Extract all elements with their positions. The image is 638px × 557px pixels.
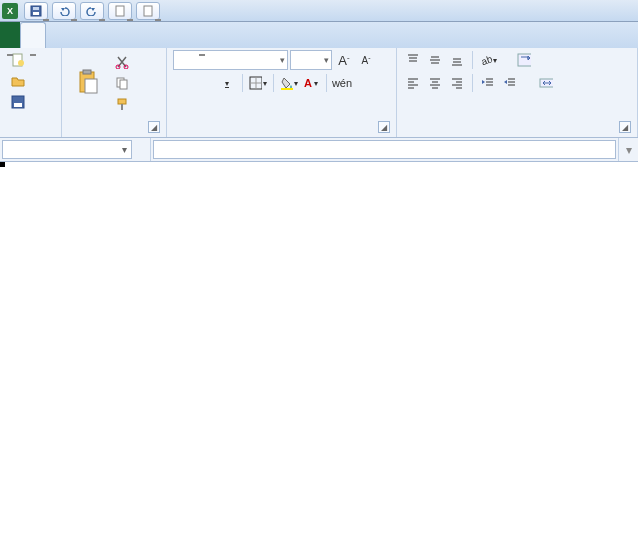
align-top-button[interactable] [403, 50, 423, 70]
tab-home[interactable] [20, 22, 46, 48]
align-bottom-icon [450, 53, 464, 67]
align-top-icon [406, 53, 420, 67]
align-right-icon [450, 76, 464, 90]
font-size-select[interactable] [290, 50, 332, 70]
svg-rect-21 [281, 88, 293, 90]
tab-insert[interactable] [46, 22, 70, 48]
decrease-font-button[interactable]: Aˇ [356, 50, 376, 70]
svg-rect-10 [83, 70, 91, 74]
svg-rect-17 [121, 104, 123, 110]
border-icon [249, 76, 262, 90]
fill-handle[interactable] [0, 162, 5, 167]
tab-file[interactable] [0, 22, 20, 48]
orientation-icon: ab [479, 53, 493, 67]
wrap-button[interactable] [512, 50, 539, 70]
border-button[interactable]: ▾ [248, 73, 268, 93]
save-button[interactable] [6, 92, 55, 112]
tab-layout[interactable] [70, 22, 94, 48]
orientation-button[interactable]: ab▾ [478, 50, 498, 70]
fx-box[interactable] [134, 138, 151, 161]
outdent-icon [481, 76, 495, 90]
title-bar: X [0, 0, 638, 22]
svg-rect-3 [116, 6, 124, 16]
italic-button[interactable] [195, 73, 215, 93]
copy-button[interactable] [110, 73, 137, 93]
bold-button[interactable] [173, 73, 193, 93]
svg-rect-8 [14, 103, 22, 107]
tab-review[interactable] [142, 22, 166, 48]
svg-rect-2 [33, 7, 39, 10]
formula-bar: ▾ [0, 138, 638, 162]
indent-icon [503, 76, 517, 90]
formula-expand-button[interactable]: ▾ [618, 138, 638, 161]
svg-text:ab: ab [480, 53, 493, 67]
doc-icon [114, 5, 126, 17]
doc-icon [142, 5, 154, 17]
tab-beautify[interactable] [190, 22, 214, 48]
font-launcher[interactable]: ◢ [378, 121, 390, 133]
redo-icon [86, 6, 98, 16]
formula-input[interactable] [153, 140, 616, 159]
group-clipboard: ◢ [62, 48, 167, 137]
excel-icon: X [2, 3, 18, 19]
increase-indent-button[interactable] [500, 73, 520, 93]
group-label-font: ◢ [173, 133, 390, 135]
save-icon [11, 95, 25, 109]
merge-button[interactable] [534, 73, 561, 93]
align-bottom-button[interactable] [447, 50, 467, 70]
merge-icon [539, 76, 553, 90]
tab-view[interactable] [166, 22, 190, 48]
align-left-icon [406, 76, 420, 90]
cut-button[interactable] [110, 52, 137, 72]
qat-redo-button[interactable] [80, 2, 104, 20]
font-color-button[interactable]: A▾ [301, 73, 321, 93]
qat-undo-button[interactable] [52, 2, 76, 20]
svg-rect-16 [118, 99, 126, 104]
svg-rect-11 [85, 79, 97, 93]
grid[interactable] [0, 162, 638, 557]
group-label-align: ◢ [403, 133, 631, 135]
wrap-icon [517, 53, 531, 67]
ribbon: ◢ Aˆ Aˇ ▾ ▾ ▾ A▾ wén ◢ [0, 48, 638, 138]
align-left-button[interactable] [403, 73, 423, 93]
qat-save-button[interactable] [24, 2, 48, 20]
open-button[interactable] [6, 71, 55, 91]
font-name-select[interactable] [173, 50, 288, 70]
qat-button-5[interactable] [136, 2, 160, 20]
fill-icon [280, 76, 294, 90]
align-right-button[interactable] [447, 73, 467, 93]
decrease-indent-button[interactable] [478, 73, 498, 93]
group-label-common [6, 133, 55, 135]
align-middle-button[interactable] [425, 50, 445, 70]
align-launcher[interactable]: ◢ [619, 121, 631, 133]
align-middle-icon [428, 53, 442, 67]
svg-rect-4 [144, 6, 152, 16]
align-center-button[interactable] [425, 73, 445, 93]
align-center-icon [428, 76, 442, 90]
svg-rect-15 [120, 80, 127, 89]
new-button[interactable] [6, 50, 55, 70]
paste-button[interactable] [68, 66, 108, 100]
format-painter-button[interactable] [110, 94, 137, 114]
phonetic-button[interactable]: wén [332, 73, 352, 93]
tab-data[interactable] [118, 22, 142, 48]
group-font: Aˆ Aˇ ▾ ▾ ▾ A▾ wén ◢ [167, 48, 397, 137]
svg-rect-1 [33, 12, 39, 15]
svg-rect-33 [518, 54, 531, 66]
name-box[interactable] [2, 140, 132, 159]
open-icon [11, 74, 25, 88]
new-icon [11, 53, 25, 67]
tab-developer[interactable] [214, 22, 238, 48]
increase-font-button[interactable]: Aˆ [334, 50, 354, 70]
undo-icon [58, 6, 70, 16]
group-common [0, 48, 62, 137]
underline-button[interactable]: ▾ [217, 73, 237, 93]
brush-icon [115, 97, 129, 111]
tab-formula[interactable] [94, 22, 118, 48]
paste-icon [75, 69, 101, 95]
save-icon [30, 5, 42, 17]
fill-color-button[interactable]: ▾ [279, 73, 299, 93]
clipboard-launcher[interactable]: ◢ [148, 121, 160, 133]
copy-icon [115, 76, 129, 90]
qat-button-4[interactable] [108, 2, 132, 20]
